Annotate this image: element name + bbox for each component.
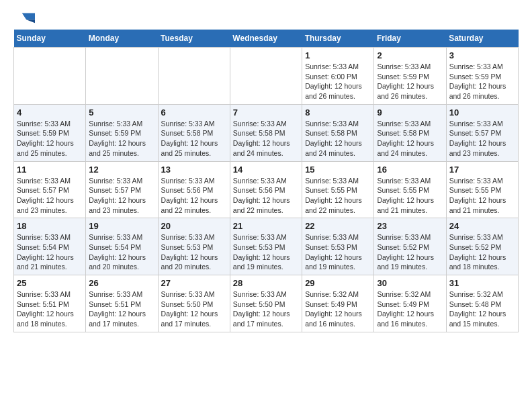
day-info: Sunrise: 5:33 AM Sunset: 5:53 PM Dayligh…: [161, 232, 227, 272]
weekday-header: Saturday: [446, 30, 518, 48]
calendar-cell: 19Sunrise: 5:33 AM Sunset: 5:54 PM Dayli…: [86, 218, 158, 275]
day-info: Sunrise: 5:33 AM Sunset: 5:54 PM Dayligh…: [17, 232, 83, 272]
calendar-cell: 29Sunrise: 5:32 AM Sunset: 5:49 PM Dayli…: [302, 275, 374, 332]
day-number: 28: [233, 278, 299, 288]
day-number: 6: [161, 107, 227, 118]
day-info: Sunrise: 5:33 AM Sunset: 5:55 PM Dayligh…: [305, 176, 371, 216]
day-number: 3: [449, 50, 515, 60]
day-number: 2: [377, 50, 443, 60]
day-info: Sunrise: 5:33 AM Sunset: 5:54 PM Dayligh…: [89, 232, 154, 272]
day-info: Sunrise: 5:33 AM Sunset: 5:57 PM Dayligh…: [89, 176, 154, 216]
weekday-header: Tuesday: [158, 30, 230, 48]
calendar-cell: 22Sunrise: 5:33 AM Sunset: 5:53 PM Dayli…: [302, 218, 374, 275]
calendar-cell: 3Sunrise: 5:33 AM Sunset: 5:59 PM Daylig…: [446, 48, 518, 105]
calendar-table: SundayMondayTuesdayWednesdayThursdayFrid…: [13, 30, 519, 332]
day-number: 10: [449, 107, 515, 118]
day-number: 9: [377, 107, 443, 118]
logo-icon: [13, 11, 35, 24]
day-info: Sunrise: 5:33 AM Sunset: 5:58 PM Dayligh…: [305, 119, 371, 158]
calendar-cell: 26Sunrise: 5:33 AM Sunset: 5:51 PM Dayli…: [86, 275, 158, 332]
day-number: 18: [17, 221, 83, 231]
calendar-cell: 9Sunrise: 5:33 AM Sunset: 5:58 PM Daylig…: [374, 104, 446, 161]
day-info: Sunrise: 5:33 AM Sunset: 5:59 PM Dayligh…: [17, 119, 83, 158]
day-info: Sunrise: 5:33 AM Sunset: 5:52 PM Dayligh…: [449, 232, 515, 272]
svg-marker-1: [26, 19, 35, 23]
calendar-cell: 13Sunrise: 5:33 AM Sunset: 5:56 PM Dayli…: [158, 161, 230, 218]
day-info: Sunrise: 5:33 AM Sunset: 5:51 PM Dayligh…: [17, 289, 83, 329]
day-number: 5: [89, 107, 154, 118]
calendar-cell: 11Sunrise: 5:33 AM Sunset: 5:57 PM Dayli…: [14, 161, 86, 218]
calendar-cell: 6Sunrise: 5:33 AM Sunset: 5:58 PM Daylig…: [158, 104, 230, 161]
day-number: 17: [449, 165, 515, 175]
calendar-cell: 31Sunrise: 5:32 AM Sunset: 5:48 PM Dayli…: [446, 275, 518, 332]
calendar-cell: 21Sunrise: 5:33 AM Sunset: 5:53 PM Dayli…: [230, 218, 302, 275]
day-info: Sunrise: 5:33 AM Sunset: 5:55 PM Dayligh…: [377, 176, 443, 216]
day-info: Sunrise: 5:33 AM Sunset: 5:59 PM Dayligh…: [449, 62, 515, 101]
day-number: 21: [233, 221, 299, 231]
day-number: 25: [17, 278, 83, 288]
calendar-cell: 5Sunrise: 5:33 AM Sunset: 5:59 PM Daylig…: [86, 104, 158, 161]
calendar-cell: 28Sunrise: 5:33 AM Sunset: 5:50 PM Dayli…: [230, 275, 302, 332]
day-info: Sunrise: 5:33 AM Sunset: 5:57 PM Dayligh…: [17, 176, 83, 216]
calendar-cell: 30Sunrise: 5:32 AM Sunset: 5:49 PM Dayli…: [374, 275, 446, 332]
day-info: Sunrise: 5:32 AM Sunset: 5:49 PM Dayligh…: [305, 289, 371, 329]
day-number: 20: [161, 221, 227, 231]
day-number: 8: [305, 107, 371, 118]
calendar-cell: 25Sunrise: 5:33 AM Sunset: 5:51 PM Dayli…: [14, 275, 86, 332]
calendar-cell: 1Sunrise: 5:33 AM Sunset: 6:00 PM Daylig…: [302, 48, 374, 105]
day-number: 12: [89, 165, 154, 175]
day-info: Sunrise: 5:33 AM Sunset: 5:58 PM Dayligh…: [233, 119, 299, 158]
calendar-cell: 27Sunrise: 5:33 AM Sunset: 5:50 PM Dayli…: [158, 275, 230, 332]
day-info: Sunrise: 5:33 AM Sunset: 5:53 PM Dayligh…: [305, 232, 371, 272]
day-number: 4: [17, 107, 83, 118]
day-number: 29: [305, 278, 371, 288]
weekday-header: Sunday: [14, 30, 86, 48]
calendar-week-row: 4Sunrise: 5:33 AM Sunset: 5:59 PM Daylig…: [14, 104, 519, 161]
day-info: Sunrise: 5:33 AM Sunset: 5:56 PM Dayligh…: [161, 176, 227, 216]
svg-marker-0: [22, 13, 35, 20]
day-number: 16: [377, 165, 443, 175]
day-number: 13: [161, 165, 227, 175]
calendar-cell: 16Sunrise: 5:33 AM Sunset: 5:55 PM Dayli…: [374, 161, 446, 218]
calendar-cell: 17Sunrise: 5:33 AM Sunset: 5:55 PM Dayli…: [446, 161, 518, 218]
day-info: Sunrise: 5:33 AM Sunset: 5:56 PM Dayligh…: [233, 176, 299, 216]
day-number: 7: [233, 107, 299, 118]
day-number: 1: [305, 50, 371, 60]
calendar-week-row: 11Sunrise: 5:33 AM Sunset: 5:57 PM Dayli…: [14, 161, 519, 218]
day-number: 23: [377, 221, 443, 231]
calendar-cell: 8Sunrise: 5:33 AM Sunset: 5:58 PM Daylig…: [302, 104, 374, 161]
calendar-cell: 12Sunrise: 5:33 AM Sunset: 5:57 PM Dayli…: [86, 161, 158, 218]
day-number: 14: [233, 165, 299, 175]
weekday-header: Thursday: [302, 30, 374, 48]
day-number: 15: [305, 165, 371, 175]
day-number: 30: [377, 278, 443, 288]
calendar-cell: 4Sunrise: 5:33 AM Sunset: 5:59 PM Daylig…: [14, 104, 86, 161]
day-info: Sunrise: 5:33 AM Sunset: 5:52 PM Dayligh…: [377, 232, 443, 272]
day-number: 27: [161, 278, 227, 288]
day-info: Sunrise: 5:33 AM Sunset: 5:59 PM Dayligh…: [89, 119, 154, 158]
weekday-header: Monday: [86, 30, 158, 48]
calendar-week-row: 18Sunrise: 5:33 AM Sunset: 5:54 PM Dayli…: [14, 218, 519, 275]
day-info: Sunrise: 5:33 AM Sunset: 5:57 PM Dayligh…: [449, 119, 515, 158]
day-info: Sunrise: 5:33 AM Sunset: 5:59 PM Dayligh…: [377, 62, 443, 101]
calendar-week-row: 25Sunrise: 5:33 AM Sunset: 5:51 PM Dayli…: [14, 275, 519, 332]
day-info: Sunrise: 5:33 AM Sunset: 5:58 PM Dayligh…: [377, 119, 443, 158]
weekday-header: Wednesday: [230, 30, 302, 48]
day-info: Sunrise: 5:33 AM Sunset: 6:00 PM Dayligh…: [305, 62, 371, 101]
logo: [13, 11, 38, 24]
calendar-cell: [14, 48, 86, 105]
day-info: Sunrise: 5:33 AM Sunset: 5:53 PM Dayligh…: [233, 232, 299, 272]
day-info: Sunrise: 5:32 AM Sunset: 5:49 PM Dayligh…: [377, 289, 443, 329]
day-number: 31: [449, 278, 515, 288]
day-info: Sunrise: 5:33 AM Sunset: 5:50 PM Dayligh…: [161, 289, 227, 329]
calendar-cell: 14Sunrise: 5:33 AM Sunset: 5:56 PM Dayli…: [230, 161, 302, 218]
day-number: 26: [89, 278, 154, 288]
day-info: Sunrise: 5:33 AM Sunset: 5:58 PM Dayligh…: [161, 119, 227, 158]
calendar-cell: 24Sunrise: 5:33 AM Sunset: 5:52 PM Dayli…: [446, 218, 518, 275]
calendar-cell: 10Sunrise: 5:33 AM Sunset: 5:57 PM Dayli…: [446, 104, 518, 161]
day-number: 11: [17, 165, 83, 175]
day-number: 24: [449, 221, 515, 231]
calendar-cell: 2Sunrise: 5:33 AM Sunset: 5:59 PM Daylig…: [374, 48, 446, 105]
weekday-header: Friday: [374, 30, 446, 48]
day-number: 22: [305, 221, 371, 231]
